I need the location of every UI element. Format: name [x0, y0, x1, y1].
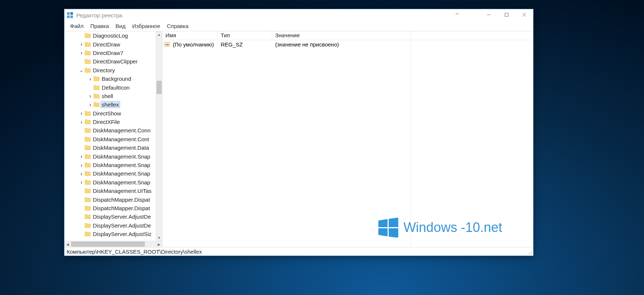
tree-item[interactable]: ›DirectDraw7 [64, 49, 162, 57]
tree-item-label: DirectXFile [93, 119, 120, 125]
folder-icon [85, 232, 91, 236]
scroll-left-icon[interactable]: ◀ [64, 241, 71, 247]
app-icon [67, 12, 73, 18]
tree-item-label: DiskManagement.Snap [93, 179, 150, 185]
col-type[interactable]: Тип [218, 31, 272, 40]
folder-icon [85, 145, 91, 150]
maximize-button[interactable] [498, 9, 515, 20]
folder-icon [85, 111, 91, 116]
expand-icon[interactable]: › [79, 171, 84, 177]
col-name[interactable]: Имя [162, 31, 218, 40]
tree-item[interactable]: DisplayServer.AdjustSiz [64, 230, 162, 238]
value-row[interactable]: ab(По умолчанию)REG_SZ(значение не присв… [162, 40, 533, 48]
tree-item-label: DiskManagement.UITas [93, 188, 151, 194]
tree-item[interactable]: DiskManagement.Conn [64, 126, 162, 135]
menu-view[interactable]: Вид [112, 22, 129, 30]
collapse-icon[interactable]: ⌄ [79, 67, 84, 73]
tree-item[interactable]: ›DirectShow [64, 109, 162, 118]
pane-divider[interactable] [410, 31, 411, 247]
tree-item[interactable]: ›Background [64, 74, 162, 83]
tree-item[interactable]: DiskManagement.Cont [64, 135, 162, 143]
menu-help[interactable]: Справка [164, 22, 192, 30]
string-value-icon: ab [164, 41, 170, 47]
cell-type: REG_SZ [218, 41, 272, 48]
size-grip-icon[interactable] [528, 250, 532, 255]
folder-icon [94, 76, 99, 81]
folder-icon [85, 68, 91, 73]
registry-tree[interactable]: DiagnosticLog›DirectDraw›DirectDraw7Dire… [64, 31, 162, 238]
tree-item-label: DefaultIcon [102, 84, 130, 91]
scroll-right-icon[interactable]: ▶ [156, 241, 162, 247]
expand-icon[interactable]: › [79, 153, 84, 159]
tree-item[interactable]: DisplayServer.AdjustDe [64, 221, 162, 230]
tree-item[interactable]: DirectDrawClipper [64, 57, 162, 66]
tree-item[interactable]: DisplayServer.AdjustDe [64, 212, 162, 221]
folder-icon [85, 42, 91, 47]
tree-horizontal-scrollbar[interactable]: ◀ ▶ [64, 241, 162, 247]
titlebar[interactable]: Редактор реестра ↔ [64, 9, 533, 21]
tree-item-label: DiskManagement.Conn [93, 127, 151, 133]
expand-icon[interactable]: › [88, 76, 92, 82]
tree-item[interactable]: DefaultIcon [64, 83, 162, 91]
folder-icon [85, 128, 91, 133]
tree-item[interactable]: DiagnosticLog [64, 31, 162, 40]
tree-item-label: DispatchMapper.Dispat [93, 205, 150, 211]
expand-icon[interactable]: › [79, 50, 84, 56]
tree-item-label: DiskManagement.Snap [93, 162, 150, 168]
expand-icon[interactable]: › [79, 162, 84, 168]
tree-item[interactable]: ›shell [64, 92, 162, 100]
tree-item[interactable]: ›DirectXFile [64, 118, 162, 126]
tree-item[interactable]: ⌄Directory [64, 66, 162, 74]
col-value[interactable]: Значение [272, 31, 405, 40]
menu-favorites[interactable]: Избранное [129, 22, 164, 30]
svg-point-15 [531, 251, 532, 251]
scroll-thumb[interactable] [157, 81, 162, 94]
tree-item-label: DisplayServer.AdjustDe [93, 214, 151, 220]
expand-icon[interactable]: › [79, 179, 84, 185]
expand-icon[interactable]: › [88, 102, 92, 108]
cell-value: (значение не присвоено) [272, 41, 342, 48]
close-button[interactable] [515, 9, 533, 20]
values-list[interactable]: ab(По умолчанию)REG_SZ(значение не присв… [162, 40, 533, 247]
tree-item[interactable]: ›shellex [64, 100, 162, 109]
tree-item[interactable]: ›DirectDraw [64, 40, 162, 48]
tree-vertical-scrollbar[interactable]: ▲ ▼ [156, 31, 162, 241]
values-header: Имя Тип Значение [162, 31, 533, 40]
minimize-button[interactable] [480, 9, 498, 20]
svg-point-19 [530, 254, 531, 254]
tree-item-label: DirectDraw [93, 41, 120, 48]
scroll-thumb[interactable] [71, 242, 145, 247]
expand-icon[interactable]: › [79, 41, 84, 47]
tree-item[interactable]: DispatchMapper.Dispat [64, 204, 162, 212]
tree-item[interactable]: ›DiskManagement.Snap [64, 152, 162, 160]
tree-item-label: DiskManagement.Snap [93, 153, 150, 160]
tree-item-label: DirectShow [93, 110, 121, 117]
status-path: Компьютер\HKEY_CLASSES_ROOT\Directory\sh… [67, 249, 202, 255]
tree-item-label: Background [102, 76, 131, 82]
tree-pane: DiagnosticLog›DirectDraw›DirectDraw7Dire… [64, 31, 162, 247]
folder-icon [85, 33, 91, 38]
expand-icon[interactable]: › [79, 110, 84, 116]
tree-item[interactable]: ›DiskManagement.Snap [64, 178, 162, 187]
folder-icon [94, 94, 99, 98]
menu-edit[interactable]: Правка [87, 22, 112, 30]
expand-icon[interactable]: › [88, 93, 92, 99]
scroll-down-icon[interactable]: ▼ [156, 235, 162, 241]
svg-rect-4 [70, 12, 73, 15]
tree-item-label: DiagnosticLog [93, 32, 128, 39]
tree-item-label: DirectDrawClipper [93, 58, 138, 65]
menubar: Файл Правка Вид Избранное Справка [64, 21, 533, 31]
svg-rect-6 [505, 13, 508, 17]
tree-item[interactable]: ›DiskManagement.Snap [64, 169, 162, 178]
menu-file[interactable]: Файл [67, 22, 87, 30]
tree-item[interactable]: DiskManagement.UITas [64, 187, 162, 195]
tree-item[interactable]: DispatchMapper.Dispat [64, 195, 162, 204]
drag-indicator-icon: ↔ [455, 11, 459, 16]
expand-icon[interactable]: › [79, 119, 84, 125]
tree-item-label: shellex [101, 101, 120, 108]
cell-name: (По умолчанию) [170, 41, 218, 48]
tree-item[interactable]: ›DiskManagement.Snap [64, 161, 162, 169]
scroll-up-icon[interactable]: ▲ [156, 31, 162, 38]
tree-item[interactable]: DiskManagement.Data [64, 143, 162, 152]
folder-icon [85, 154, 91, 159]
